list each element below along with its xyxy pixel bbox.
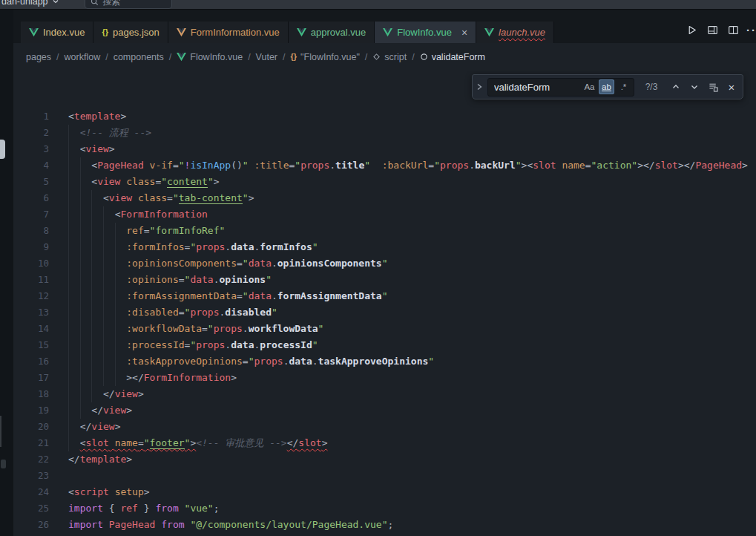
- line-number[interactable]: 9: [13, 239, 49, 255]
- find-close-button[interactable]: ×: [724, 79, 739, 95]
- line-number[interactable]: 8: [13, 223, 49, 239]
- toggle-replace-button[interactable]: [474, 82, 484, 91]
- line-number[interactable]: 14: [13, 321, 49, 337]
- close-icon[interactable]: ×: [461, 27, 467, 38]
- line-number[interactable]: 13: [13, 304, 49, 321]
- code-line[interactable]: 2 <!-- 流程 -->: [13, 125, 756, 141]
- tab-forminformation-vue[interactable]: FormInformation.vue: [168, 22, 289, 43]
- code-line[interactable]: 11 :opinions="data.opinions": [13, 272, 756, 288]
- breadcrumb-item-components[interactable]: components: [114, 52, 164, 62]
- tab-approval-vue[interactable]: approval.vue: [289, 22, 375, 43]
- more-actions-button[interactable]: ···: [746, 22, 756, 38]
- activity-indicator: [0, 140, 5, 159]
- tab-launch-vue[interactable]: launch.vue: [476, 22, 554, 43]
- tab-flowinfo-vue[interactable]: FlowInfo.vue×: [375, 22, 476, 43]
- find-input[interactable]: [494, 82, 580, 93]
- line-number[interactable]: 3: [13, 141, 49, 157]
- indent-guide: [115, 223, 116, 239]
- line-number[interactable]: 25: [13, 500, 49, 517]
- line-number[interactable]: 11: [13, 272, 49, 288]
- split-editor-button[interactable]: [726, 22, 741, 38]
- titlebar-search[interactable]: 搜索: [85, 0, 172, 9]
- editor[interactable]: Aaab.* ?/3 × 1<template>2 <!-- 流程 -->3 <…: [13, 71, 756, 536]
- line-number[interactable]: 24: [13, 484, 49, 500]
- line-number[interactable]: 15: [13, 337, 49, 353]
- code-line[interactable]: 21 <slot name="footer"><!-- 审批意见 --></sl…: [13, 435, 756, 451]
- line-number[interactable]: 5: [13, 174, 49, 190]
- code-line[interactable]: 8 ref="formInfoRef": [13, 223, 756, 239]
- chevron-right-icon: [476, 82, 483, 91]
- vue-icon: [177, 53, 186, 62]
- code-line[interactable]: 12 :formAssignmentData="data.formAssignm…: [13, 288, 756, 304]
- code-line[interactable]: 18 </view>: [13, 386, 756, 402]
- code-line[interactable]: 23: [13, 468, 756, 484]
- line-number[interactable]: 4: [13, 157, 49, 174]
- line-number[interactable]: 23: [13, 468, 49, 484]
- line-number[interactable]: 1: [13, 108, 49, 125]
- line-number[interactable]: 18: [13, 386, 49, 402]
- indent-guide: [80, 239, 81, 255]
- breadcrumb-item-pages[interactable]: pages: [26, 52, 51, 62]
- breadcrumb-item-script[interactable]: script: [372, 52, 407, 62]
- code-line[interactable]: 17 ></FormInformation>: [13, 370, 756, 386]
- match-case-toggle[interactable]: Aa: [582, 79, 597, 94]
- line-number[interactable]: 26: [13, 517, 49, 533]
- breadcrumb-separator: /: [56, 52, 59, 62]
- line-number[interactable]: 7: [13, 206, 49, 223]
- find-previous-button[interactable]: [668, 79, 683, 95]
- code-line[interactable]: 5 <view class="content">: [13, 174, 756, 190]
- code-text: <slot name="footer"><!-- 审批意见 --></slot>: [68, 435, 327, 451]
- breadcrumb-item-vuter[interactable]: Vuter: [256, 52, 277, 62]
- regex-toggle[interactable]: .*: [616, 79, 631, 94]
- tab-index-vue[interactable]: Index.vue: [21, 22, 93, 43]
- line-number[interactable]: 10: [13, 255, 49, 272]
- line-number[interactable]: 2: [13, 125, 49, 141]
- indent-guide: [91, 370, 92, 386]
- whole-word-toggle[interactable]: ab: [599, 79, 614, 94]
- breadcrumb-label: pages: [26, 52, 51, 62]
- layout-button[interactable]: [705, 22, 720, 38]
- run-button[interactable]: [684, 22, 700, 38]
- breadcrumb-item-flowinfo-vue[interactable]: FlowInfo.vue: [177, 52, 243, 62]
- indent-guide: [68, 386, 69, 402]
- line-number[interactable]: 19: [13, 402, 49, 419]
- code-line[interactable]: 3 <view>: [13, 141, 756, 157]
- code-line[interactable]: 4 <PageHead v-if="!isInApp()" :title="pr…: [13, 157, 756, 174]
- indent-guide: [103, 370, 104, 386]
- code-line[interactable]: 14 :workflowData="props.workflowData": [13, 321, 756, 337]
- indent-guide: [103, 272, 104, 288]
- code-line[interactable]: 16 :taskApproveOpinions="props.data.task…: [13, 353, 756, 370]
- breadcrumb-item-flowinfo-vue[interactable]: {}"FlowInfo.vue": [291, 52, 360, 62]
- code-line[interactable]: 25import { ref } from "vue";: [13, 500, 756, 517]
- tab-pages-json[interactable]: {}pages.json: [93, 22, 168, 43]
- line-number[interactable]: 6: [13, 190, 49, 206]
- code-line[interactable]: 9 :formInfos="props.data.formInfos": [13, 239, 756, 255]
- line-number[interactable]: 16: [13, 353, 49, 370]
- line-number[interactable]: 20: [13, 419, 49, 435]
- workspace-menu[interactable]: dan-uniapp: [1, 0, 59, 7]
- code-line[interactable]: 20 </view>: [13, 419, 756, 435]
- line-number[interactable]: 21: [13, 435, 49, 451]
- line-number[interactable]: 22: [13, 451, 49, 468]
- line-number[interactable]: 12: [13, 288, 49, 304]
- code-text: :taskApproveOpinions="props.data.taskApp…: [68, 353, 434, 370]
- find-next-button[interactable]: [687, 79, 702, 95]
- breadcrumb-item-workflow[interactable]: workflow: [65, 52, 101, 62]
- code-line[interactable]: 22</template>: [13, 451, 756, 468]
- code-line[interactable]: 24<script setup>: [13, 484, 756, 500]
- code-text: :workflowData="props.workflowData": [68, 321, 323, 337]
- code-line[interactable]: 26import PageHead from "@/components/lay…: [13, 517, 756, 533]
- find-in-selection-button[interactable]: [706, 79, 720, 95]
- code-line[interactable]: 19 </view>: [13, 402, 756, 419]
- breadcrumb-label: Vuter: [256, 52, 277, 62]
- indent-guide: [80, 190, 81, 206]
- code-line[interactable]: 1<template>: [13, 108, 756, 125]
- code-line[interactable]: 15 :processId="props.data.processId": [13, 337, 756, 353]
- search-label: 搜索: [103, 0, 121, 8]
- line-number[interactable]: 17: [13, 370, 49, 386]
- code-line[interactable]: 6 <view class="tab-content">: [13, 190, 756, 206]
- breadcrumb-item-validateform[interactable]: validateForm: [420, 52, 485, 62]
- code-line[interactable]: 10 :opinionsComponents="data.opinionsCom…: [13, 255, 756, 272]
- code-line[interactable]: 7 <FormInformation: [13, 206, 756, 223]
- code-line[interactable]: 13 :disabled="props.disabled": [13, 304, 756, 321]
